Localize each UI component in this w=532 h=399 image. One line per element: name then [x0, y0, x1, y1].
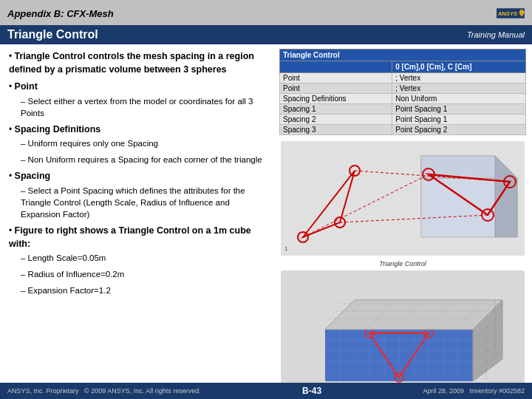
sub-list-item: Select either a vertex from the model or…: [21, 95, 265, 119]
table-row: Spacing 2 Point Spacing 1: [280, 115, 526, 125]
sub-list-item: Uniform requires only one Spacing: [21, 137, 265, 149]
table-body: Point ; Vertex Point ; Vertex Spacing De…: [280, 73, 526, 135]
table-cell: Point Spacing 2: [392, 125, 526, 135]
list-item: • Point Select either a vertex from the …: [9, 81, 265, 119]
triangle-diagram-svg: 1: [281, 141, 525, 256]
table-col-header-1: [280, 61, 392, 73]
mesh-diagram-svg: [281, 270, 525, 389]
table-cell: Point Spacing 1: [392, 104, 526, 115]
sub-list-item: Expansion Factor=1.2: [21, 284, 265, 296]
table-cell: Point: [280, 83, 392, 94]
table-cell: Point: [280, 73, 392, 83]
ansys-logo: ANSYS: [497, 3, 525, 24]
footer: ANSYS, Inc. Proprietary © 2009 ANSYS, In…: [0, 383, 532, 399]
svg-marker-7: [421, 178, 495, 237]
subtitle-bar: Triangle Control Training Manual: [0, 25, 532, 44]
sub-list-item: Select a Point Spacing which defines the…: [21, 185, 265, 220]
left-column: • Triangle Control controls the mesh spa…: [0, 44, 273, 386]
bullet-text-2: Point: [15, 81, 38, 92]
table-cell: Spacing 1: [280, 104, 392, 115]
bullet-text-5: Figure to right shows a Triangle Control…: [9, 225, 251, 249]
table-cell: Spacing 2: [280, 115, 392, 125]
sub-list: Uniform requires only one Spacing Non Un…: [21, 137, 265, 166]
table-cell: Non Uniform: [392, 94, 526, 104]
table-cell: Spacing 3: [280, 125, 392, 135]
table-cell: ; Vertex: [392, 73, 526, 83]
footer-left: ANSYS, Inc. Proprietary © 2009 ANSYS, In…: [7, 387, 201, 395]
bullet-icon: •: [9, 225, 15, 236]
list-item: • Figure to right shows a Triangle Contr…: [9, 225, 265, 296]
bullet-text-1: Triangle Control controls the mesh spaci…: [9, 51, 254, 75]
bullet-list: • Triangle Control controls the mesh spa…: [9, 50, 265, 296]
mesh-diagram: [281, 270, 525, 389]
list-item: • Triangle Control controls the mesh spa…: [9, 50, 265, 76]
table-title: Triangle Control: [280, 50, 526, 61]
svg-marker-41: [325, 300, 502, 330]
ansys-logo-svg: ANSYS: [497, 3, 525, 24]
page-title: Triangle Control: [7, 28, 98, 41]
bullet-icon: •: [9, 81, 15, 92]
table-cell: ; Vertex: [392, 83, 526, 94]
sub-list-item: Length Scale=0.05m: [21, 252, 265, 264]
main-content: • Triangle Control controls the mesh spa…: [0, 44, 532, 386]
bullet-text-4: Spacing: [15, 171, 51, 181]
sub-list: Select either a vertex from the model or…: [21, 95, 265, 119]
bullet-icon: •: [9, 124, 15, 134]
sub-list-item: Radius of Influence=0.2m: [21, 268, 265, 280]
svg-text:1: 1: [284, 245, 288, 252]
svg-text:ANSYS: ANSYS: [498, 10, 517, 17]
header: Appendix B: CFX-Mesh ANSYS: [0, 0, 532, 25]
bullet-icon: •: [9, 171, 15, 181]
table-row: Point ; Vertex: [280, 83, 526, 94]
table-cell: Spacing Definitions: [280, 94, 392, 104]
table-cell: Point Spacing 1: [392, 115, 526, 125]
training-manual-label: Training Manual: [467, 30, 525, 39]
right-column: Triangle Control 0 [Cm],0 [Cm], C [Cm] P…: [273, 44, 532, 386]
table-row: Spacing 3 Point Spacing 2: [280, 125, 526, 135]
sub-list: Length Scale=0.05m Radius of Influence=0…: [21, 252, 265, 296]
sub-list-item: Non Uniform requires a Spacing for each …: [21, 154, 265, 166]
footer-right: April 28, 2009 Inventory #002582: [423, 387, 525, 395]
bullet-text-3: Spacing Definitions: [15, 124, 101, 134]
bullet-icon: •: [9, 51, 15, 61]
table-row: Point ; Vertex: [280, 73, 526, 83]
header-title: Appendix B: CFX-Mesh: [7, 8, 114, 19]
footer-page-number: B-43: [302, 386, 321, 396]
diagram-caption: Triangle Control: [379, 260, 426, 267]
table-row: Spacing Definitions Non Uniform: [280, 94, 526, 104]
triangle-control-table: Triangle Control 0 [Cm],0 [Cm], C [Cm] P…: [279, 49, 526, 135]
list-item: • Spacing Definitions Uniform requires o…: [9, 123, 265, 166]
sub-list: Select a Point Spacing which defines the…: [21, 185, 265, 220]
table-col-header-2: 0 [Cm],0 [Cm], C [Cm]: [392, 61, 526, 73]
list-item: • Spacing Select a Point Spacing which d…: [9, 170, 265, 220]
table-row: Spacing 1 Point Spacing 1: [280, 104, 526, 115]
triangle-diagram: 1: [281, 141, 525, 256]
